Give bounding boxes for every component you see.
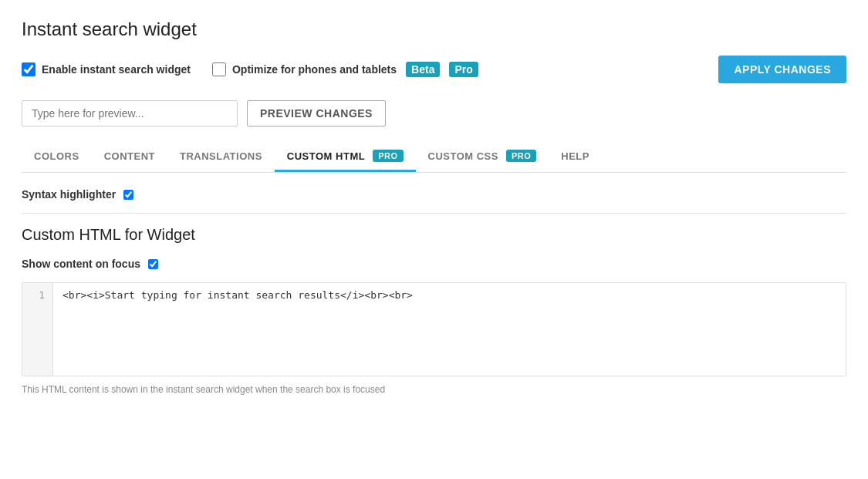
show-content-checkbox[interactable] <box>148 259 158 269</box>
enable-widget-label[interactable]: Enable instant search widget <box>22 62 191 76</box>
tab-translations[interactable]: TRANSLATIONS <box>167 143 275 172</box>
tabs: COLORS CONTENT TRANSLATIONS CUSTOM HTML … <box>22 142 846 173</box>
custom-html-pro-badge: PRO <box>373 150 403 162</box>
custom-html-section-title: Custom HTML for Widget <box>22 226 846 244</box>
tab-custom-html-label: CUSTOM HTML <box>287 150 365 162</box>
custom-css-pro-badge: PRO <box>506 150 536 162</box>
show-content-row: Show content on focus <box>22 258 846 270</box>
code-content[interactable]: <br><i>Start typing for instant search r… <box>53 283 846 376</box>
preview-row: PREVIEW CHANGES <box>22 100 846 126</box>
enable-widget-text: Enable instant search widget <box>42 63 191 76</box>
divider <box>22 213 846 214</box>
tab-content[interactable]: CONTENT <box>92 143 167 172</box>
pro-badge: Pro <box>449 62 478 77</box>
syntax-highlighter-label: Syntax highlighter <box>22 188 116 201</box>
optimize-text: Optimize for phones and tablets <box>232 63 397 76</box>
preview-changes-button[interactable]: PREVIEW CHANGES <box>247 100 386 126</box>
hint-text: This HTML content is shown in the instan… <box>22 384 846 395</box>
tab-colors[interactable]: COLORS <box>22 143 92 172</box>
line-numbers: 1 <box>22 283 53 376</box>
optimize-checkbox[interactable] <box>212 62 226 76</box>
tab-custom-css-label: CUSTOM CSS <box>428 150 498 162</box>
show-content-label: Show content on focus <box>22 258 140 270</box>
tab-help[interactable]: HELP <box>549 143 602 172</box>
syntax-highlighter-checkbox[interactable] <box>123 190 133 200</box>
page-title: Instant search widget <box>22 19 846 40</box>
code-editor: 1 <br><i>Start typing for instant search… <box>22 282 846 376</box>
optimize-label[interactable]: Optimize for phones and tablets Beta Pro <box>212 62 478 77</box>
line-number-1: 1 <box>30 289 45 301</box>
preview-input[interactable] <box>22 100 238 126</box>
top-controls-left: Enable instant search widget Optimize fo… <box>22 62 478 77</box>
beta-badge: Beta <box>406 62 440 77</box>
top-controls: Enable instant search widget Optimize fo… <box>22 56 846 83</box>
apply-changes-button[interactable]: APPLY CHANGES <box>718 56 846 83</box>
tab-custom-css[interactable]: CUSTOM CSS PRO <box>416 142 549 172</box>
enable-widget-checkbox[interactable] <box>22 62 35 76</box>
code-editor-body: 1 <br><i>Start typing for instant search… <box>22 283 846 376</box>
syntax-highlighter-row: Syntax highlighter <box>22 188 846 201</box>
tab-custom-html[interactable]: CUSTOM HTML PRO <box>275 142 416 172</box>
